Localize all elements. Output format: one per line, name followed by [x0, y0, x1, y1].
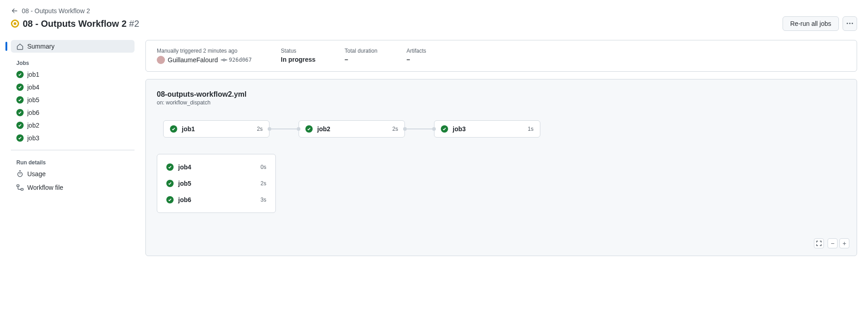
- check-icon: [16, 96, 24, 104]
- zoom-in-button[interactable]: +: [839, 238, 849, 248]
- page-title: 08 - Outputs Workflow 2 #2: [23, 19, 139, 29]
- check-icon: [305, 125, 313, 133]
- sidebar-job-job5[interactable]: job5: [11, 94, 135, 106]
- fullscreen-icon: [816, 241, 822, 246]
- nav-workflow-file[interactable]: Workflow file: [11, 181, 135, 194]
- workflow-filename: 08-outputs-workflow2.yml: [157, 90, 846, 99]
- nav-summary[interactable]: Summary: [11, 40, 135, 53]
- check-icon: [16, 122, 24, 129]
- sidebar-job-job3[interactable]: job3: [11, 132, 135, 144]
- connector: [405, 128, 434, 129]
- job-node-job6[interactable]: job6 3s: [157, 192, 275, 208]
- svg-point-3: [223, 59, 224, 61]
- check-icon: [166, 196, 174, 203]
- job-node-job4[interactable]: job4 0s: [157, 159, 275, 175]
- job-node-job3[interactable]: job3 1s: [434, 120, 540, 138]
- job-node-job1[interactable]: job1 2s: [163, 120, 269, 138]
- breadcrumb[interactable]: 08 - Outputs Workflow 2: [11, 7, 857, 15]
- check-icon: [16, 84, 24, 91]
- sidebar-job-job2[interactable]: job2: [11, 119, 135, 132]
- summary-status: Status In progress: [281, 48, 315, 64]
- job-node-job2[interactable]: job2 2s: [299, 120, 405, 138]
- jobs-header: Jobs: [11, 56, 135, 68]
- workflow-icon: [16, 184, 24, 191]
- summary-artifacts: Artifacts –: [406, 48, 426, 64]
- run-details-header: Run details: [11, 156, 135, 168]
- zoom-controls: − +: [814, 238, 849, 248]
- rerun-button[interactable]: Re-run all jobs: [783, 16, 839, 31]
- home-icon: [16, 43, 24, 50]
- svg-rect-2: [21, 188, 23, 190]
- main: Manually triggered 2 minutes ago Guillau…: [145, 40, 857, 256]
- workflow-trigger: on: workflow_dispatch: [157, 99, 846, 106]
- actor-link[interactable]: GuillaumeFalourd: [168, 56, 218, 64]
- commit-icon: [221, 57, 227, 63]
- sidebar-job-job4[interactable]: job4: [11, 81, 135, 94]
- divider: [11, 150, 135, 150]
- job-group: job4 0s job5 2s job6 3s: [157, 154, 276, 213]
- check-icon: [16, 71, 24, 78]
- sidebar-job-job1[interactable]: job1: [11, 68, 135, 81]
- stopwatch-icon: [16, 170, 24, 178]
- connector: [269, 128, 299, 129]
- check-icon: [170, 125, 177, 133]
- check-icon: [166, 180, 174, 187]
- breadcrumb-link[interactable]: 08 - Outputs Workflow 2: [22, 7, 90, 15]
- sidebar: Summary Jobs job1 job4 job5 job6 job2: [11, 40, 135, 256]
- check-icon: [166, 163, 174, 171]
- arrow-left-icon: [11, 7, 18, 15]
- check-icon: [441, 125, 448, 133]
- summary-trigger: Manually triggered 2 minutes ago Guillau…: [157, 48, 252, 64]
- graph-chain: job1 2s job2 2s job3 1s: [163, 120, 846, 138]
- job-node-job5[interactable]: job5 2s: [157, 175, 275, 192]
- commit-link[interactable]: 926d067: [221, 57, 252, 63]
- sidebar-job-job6[interactable]: job6: [11, 106, 135, 119]
- summary-card: Manually triggered 2 minutes ago Guillau…: [145, 40, 857, 72]
- summary-duration: Total duration –: [344, 48, 377, 64]
- nav-usage[interactable]: Usage: [11, 168, 135, 180]
- status-running-icon: [11, 20, 19, 28]
- check-icon: [16, 109, 24, 116]
- check-icon: [16, 134, 24, 142]
- avatar[interactable]: [157, 56, 165, 64]
- zoom-out-button[interactable]: −: [828, 238, 838, 248]
- fullscreen-button[interactable]: [814, 238, 824, 248]
- kebab-icon: [846, 20, 853, 27]
- kebab-menu-button[interactable]: [843, 16, 857, 31]
- svg-rect-1: [17, 185, 19, 187]
- nav-summary-label: Summary: [27, 43, 55, 50]
- workflow-graph[interactable]: 08-outputs-workflow2.yml on: workflow_di…: [145, 79, 857, 256]
